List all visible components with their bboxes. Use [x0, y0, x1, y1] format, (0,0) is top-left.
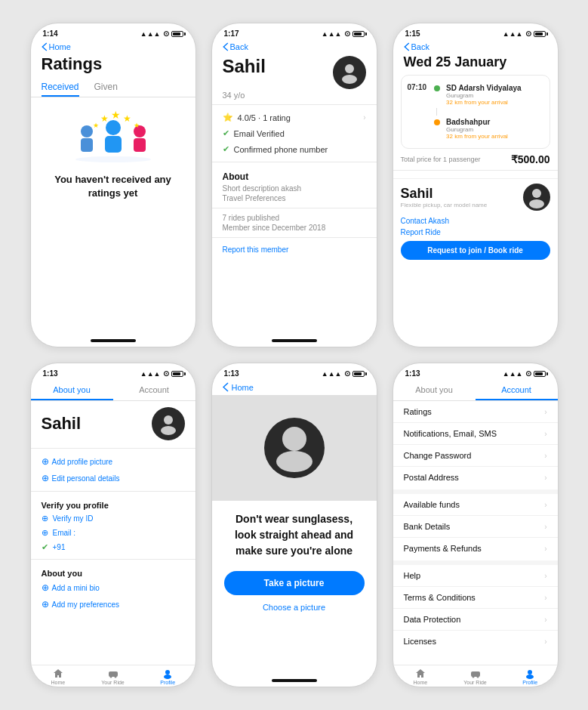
- menu-item-ratings[interactable]: Ratings ›: [393, 401, 558, 423]
- add-prefs-link[interactable]: ⊕ Add my preferences: [31, 596, 195, 613]
- page-title-1: Ratings: [31, 51, 195, 79]
- about-section-label: About you: [31, 564, 195, 579]
- tab-given[interactable]: Given: [94, 79, 118, 97]
- profile-row-4: Sahil: [31, 401, 195, 443]
- svg-point-28: [528, 670, 532, 674]
- add-prefs-text: Add my preferences: [52, 600, 120, 609]
- nav-profile-6[interactable]: Profile: [503, 668, 558, 685]
- menu-item-bank[interactable]: Bank Details ›: [393, 516, 558, 538]
- menu-item-password[interactable]: Change Password ›: [393, 445, 558, 467]
- nav-profile-4[interactable]: Profile: [140, 668, 195, 685]
- profile-header: Sahil: [212, 51, 377, 91]
- menu-item-funds[interactable]: Available funds ›: [393, 494, 558, 516]
- signal-icon-2: ▲▲▲: [322, 30, 342, 38]
- add-bio-link[interactable]: ⊕ Add a mini bio: [31, 579, 195, 596]
- verify-id-item[interactable]: ⊕ Verify my ID: [31, 511, 195, 526]
- wifi-icon-3: ⊙: [525, 29, 531, 38]
- stop2-dist: 32 km from your arrival: [446, 133, 508, 140]
- wifi-icon-4: ⊙: [163, 369, 169, 378]
- about-desc: Short description akash: [212, 184, 377, 193]
- menu-item-terms[interactable]: Terms & Conditions ›: [393, 587, 558, 609]
- menu-chevron-licenses: ›: [544, 637, 546, 646]
- menu-item-postal[interactable]: Postal Address ›: [393, 467, 558, 488]
- menu-chevron-terms: ›: [544, 594, 546, 602]
- home-indicator-5: [272, 679, 317, 682]
- avatar-4: [152, 407, 185, 440]
- report-member-link[interactable]: Report this member: [212, 242, 377, 257]
- nav-ride-4[interactable]: Your Ride: [85, 668, 140, 685]
- tab-about-you-6[interactable]: About you: [393, 381, 476, 400]
- svg-point-29: [526, 674, 534, 679]
- verify-email-item[interactable]: ⊕ Email :: [31, 526, 195, 540]
- travel-pref: Travel Preferences: [212, 193, 377, 203]
- nav-home-label-6: Home: [413, 680, 427, 685]
- menu-chevron-data: ›: [544, 616, 546, 624]
- price-label: Total price for 1 passenger: [401, 156, 481, 163]
- driver-card: Sahil Flexible pickup, car model name: [393, 178, 558, 215]
- report-ride-link[interactable]: Report Ride: [393, 227, 558, 238]
- phone-ratings: 1:14 ▲▲▲ ⊙ Home Ratings Received Given: [30, 23, 196, 347]
- rating-value: 4.0/5 · 1 rating: [238, 113, 291, 122]
- svg-point-23: [282, 427, 306, 451]
- nav-back-1[interactable]: Home: [31, 41, 195, 51]
- nav-ride-label-4: Your Ride: [101, 680, 125, 685]
- menu-item-licenses[interactable]: Licenses ›: [393, 631, 558, 652]
- phone-take-picture: 1:13 ▲▲▲ ⊙ Home Don't wear sunglasess, l…: [211, 363, 377, 687]
- svg-point-14: [532, 189, 541, 198]
- stop1-sub: Gurugram: [446, 92, 522, 99]
- add-photo-link[interactable]: ⊕ Add profile picture: [31, 453, 195, 470]
- tab-about-you[interactable]: About you: [31, 381, 113, 400]
- add-bio-text: Add a mini bio: [52, 584, 100, 592]
- rides-published: 7 rides published: [212, 213, 377, 223]
- status-bar-3: 1:15 ▲▲▲ ⊙: [393, 23, 558, 41]
- tab-account-6[interactable]: Account: [476, 381, 558, 400]
- svg-rect-4: [105, 136, 122, 153]
- svg-point-26: [472, 676, 474, 678]
- illustration-ratings: ★ ★ ★ ★ ★: [31, 97, 195, 170]
- nav-back-2[interactable]: Back: [212, 41, 377, 51]
- star-icon: ⭐: [223, 113, 233, 122]
- signal-icon-6: ▲▲▲: [503, 370, 523, 378]
- divider-1: [212, 104, 377, 105]
- home-link-5[interactable]: Home: [232, 383, 254, 392]
- plus-circle-icon: ⊕: [42, 456, 49, 467]
- nav-back-label-3: Back: [411, 42, 429, 51]
- book-button[interactable]: Request to join / Book ride: [401, 241, 550, 260]
- add-prefs-icon: ⊕: [42, 599, 49, 610]
- signal-icon-3: ▲▲▲: [503, 30, 523, 38]
- svg-text:★: ★: [134, 122, 140, 129]
- verify-phone-icon: ✔: [42, 542, 48, 552]
- menu-item-payments[interactable]: Payments & Refunds ›: [393, 538, 558, 559]
- menu-item-data[interactable]: Data Protection ›: [393, 609, 558, 631]
- driver-avatar: [523, 184, 550, 211]
- menu-item-help[interactable]: Help ›: [393, 565, 558, 587]
- wifi-icon-1: ⊙: [163, 29, 169, 38]
- contact-link[interactable]: Contact Akash: [393, 215, 558, 227]
- menu-item-notifications[interactable]: Notifications, Email, SMS ›: [393, 423, 558, 445]
- svg-rect-25: [471, 671, 480, 677]
- tab-account[interactable]: Account: [113, 381, 195, 400]
- svg-rect-18: [109, 671, 118, 677]
- tabs-row-6: About you Account: [393, 381, 558, 401]
- tab-received[interactable]: Received: [42, 79, 79, 97]
- menu-funds-label: Available funds: [404, 500, 460, 509]
- edit-details-link[interactable]: ⊕ Edit personal details: [31, 470, 195, 486]
- nav-ride-6[interactable]: Your Ride: [448, 668, 503, 685]
- take-picture-button[interactable]: Take a picture: [224, 571, 365, 595]
- svg-point-12: [345, 64, 354, 73]
- status-icons-4: ▲▲▲ ⊙: [140, 369, 183, 378]
- nav-home-4[interactable]: Home: [31, 668, 86, 685]
- wifi-icon-2: ⊙: [344, 29, 350, 38]
- nav-back-3[interactable]: Back: [393, 41, 558, 51]
- svg-point-22: [164, 674, 171, 679]
- nav-home-6[interactable]: Home: [393, 668, 448, 685]
- verify-phone-text: +91: [53, 543, 66, 551]
- chevron-icon-rating: ›: [363, 113, 365, 122]
- choose-picture-link[interactable]: Choose a picture: [212, 600, 377, 615]
- verify-phone-item[interactable]: ✔ +91: [31, 540, 195, 554]
- check-icon-email: ✔: [223, 128, 229, 138]
- status-bar-4: 1:13 ▲▲▲ ⊙: [31, 363, 195, 381]
- rating-row[interactable]: ⭐ 4.0/5 · 1 rating ›: [212, 110, 377, 125]
- flexible-text: Flexible pickup, car model name: [401, 202, 488, 208]
- edit-details-text: Edit personal details: [52, 474, 120, 483]
